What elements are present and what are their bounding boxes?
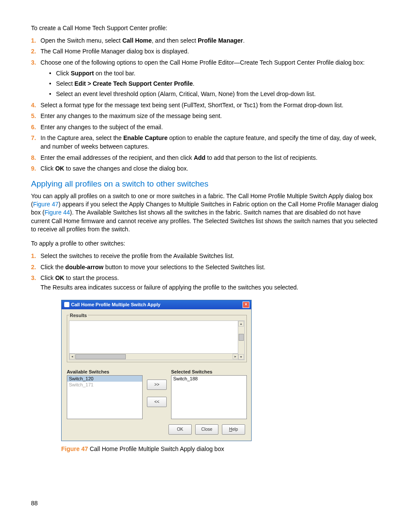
steps-apply-profile: 1.Select the switches to receive the pro… bbox=[31, 252, 380, 292]
available-switches-label: Available Switches bbox=[67, 369, 143, 374]
list-item: Select an event level threshold option (… bbox=[49, 90, 380, 98]
vertical-scrollbar[interactable]: ▲ ▼ bbox=[238, 321, 244, 360]
section-heading-apply: Applying all profiles on a switch to oth… bbox=[31, 179, 380, 189]
apply-body-paragraph: You can apply all profiles on a switch t… bbox=[31, 192, 380, 234]
close-icon[interactable]: × bbox=[243, 302, 249, 308]
list-item: 3.Choose one of the following options to… bbox=[31, 59, 380, 98]
java-icon bbox=[64, 302, 69, 307]
horizontal-scrollbar[interactable]: ◄ ► bbox=[69, 353, 238, 360]
list-item[interactable]: Switch_120 bbox=[67, 376, 142, 382]
list-item: Select Edit > Create Tech Support Center… bbox=[49, 79, 380, 88]
list-item: 1.Open the Switch menu, select Call Home… bbox=[31, 37, 380, 45]
hscroll-thumb[interactable] bbox=[75, 354, 126, 359]
list-item: 9.Click OK to save the changes and close… bbox=[31, 165, 380, 173]
page-number: 88 bbox=[31, 500, 380, 507]
list-item: 5.Enter any changes to the maximum size … bbox=[31, 112, 380, 121]
list-item[interactable]: Switch_188 bbox=[171, 376, 246, 382]
list-item: 2.Click the double-arrow button to move … bbox=[31, 263, 380, 272]
close-button[interactable]: Close bbox=[195, 424, 218, 435]
selected-switches-label: Selected Switches bbox=[171, 369, 247, 374]
dialog-titlebar: Call Home Profile Multiple Switch Apply … bbox=[62, 300, 251, 309]
add-button[interactable]: >> bbox=[147, 380, 167, 390]
scroll-down-icon[interactable]: ▼ bbox=[238, 354, 244, 360]
xref-figure-47[interactable]: Figure 47 bbox=[33, 201, 59, 208]
list-item: 1.Select the switches to receive the pro… bbox=[31, 252, 380, 261]
figure-caption: Figure 47 Call Home Profile Multiple Swi… bbox=[61, 445, 380, 452]
available-switches-listbox[interactable]: Switch_120Switch_171 bbox=[67, 375, 143, 419]
remove-button[interactable]: << bbox=[147, 397, 167, 407]
list-item: 7.In the Capture area, select the Enable… bbox=[31, 134, 380, 151]
help-button[interactable]: Help bbox=[222, 424, 245, 435]
intro-create-profile: To create a Call Home Tech Support Cente… bbox=[31, 24, 380, 32]
ok-button[interactable]: OK bbox=[168, 424, 192, 435]
list-item: Click Support on the tool bar. bbox=[49, 69, 380, 78]
list-item: 3.Click OK to start the process.The Resu… bbox=[31, 274, 380, 292]
results-textarea[interactable]: ▲ ▼ ◄ ► bbox=[69, 320, 245, 360]
steps-create-profile: 1.Open the Switch menu, select Call Home… bbox=[31, 37, 380, 173]
list-item: 8.Enter the email addresses of the recip… bbox=[31, 154, 380, 162]
list-item[interactable]: Switch_171 bbox=[67, 382, 142, 388]
xref-figure-44[interactable]: Figure 44 bbox=[44, 209, 70, 216]
scroll-left-icon[interactable]: ◄ bbox=[69, 354, 75, 359]
scroll-thumb[interactable] bbox=[239, 334, 244, 341]
scroll-right-icon[interactable]: ► bbox=[233, 354, 238, 359]
list-item: 4.Select a format type for the message t… bbox=[31, 101, 380, 110]
results-legend: Results bbox=[69, 313, 88, 318]
intro-apply-profile: To apply a profile to other switches: bbox=[31, 240, 380, 248]
list-item: 6.Enter any changes to the subject of th… bbox=[31, 123, 380, 132]
dialog-title: Call Home Profile Multiple Switch Apply bbox=[71, 302, 160, 307]
selected-switches-listbox[interactable]: Switch_188 bbox=[171, 375, 247, 419]
results-fieldset: Results ▲ ▼ ◄ ► bbox=[67, 313, 247, 362]
list-item: 2.The Call Home Profile Manager dialog b… bbox=[31, 47, 380, 56]
dialog-multiple-switch-apply: Call Home Profile Multiple Switch Apply … bbox=[61, 300, 252, 441]
scroll-up-icon[interactable]: ▲ bbox=[238, 321, 244, 327]
